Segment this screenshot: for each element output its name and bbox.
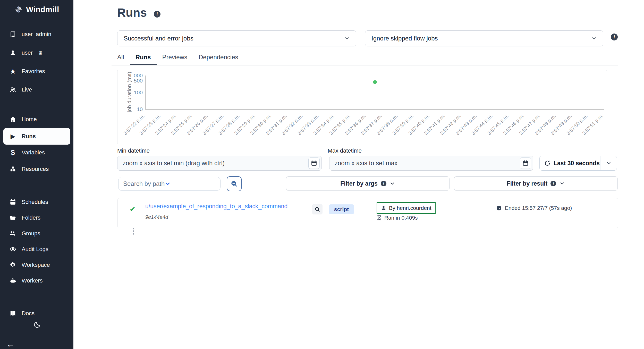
job-status-select-value: Successful and error jobs <box>124 35 344 42</box>
max-datetime-label: Max datetime <box>328 147 362 154</box>
sidebar-footer-divider <box>0 334 73 334</box>
sidebar-item-favorites[interactable]: ★ Favorites <box>0 65 73 78</box>
sidebar-item-label: Audit Logs <box>22 246 48 253</box>
calendar-icon <box>311 160 317 167</box>
sidebar-item-docs[interactable]: Docs <box>0 307 73 320</box>
y-axis-line <box>145 76 146 109</box>
star-icon: ★ <box>9 68 16 75</box>
sidebar-item-home[interactable]: Home <box>0 113 73 126</box>
max-datetime-field <box>329 156 533 171</box>
sidebar-item-workers[interactable]: Workers <box>0 275 73 287</box>
sidebar-item-audit-logs[interactable]: Audit Logs <box>0 243 73 255</box>
min-datetime-calendar-button[interactable] <box>308 157 320 169</box>
tab-dependencies[interactable]: Dependencies <box>193 50 244 65</box>
run-duration-label: Ran in 0,409s <box>384 215 418 221</box>
calendar-icon <box>9 198 16 206</box>
arrow-left-icon: ← <box>6 339 15 349</box>
sidebar-item-label: Resources <box>22 166 49 172</box>
tab-runs[interactable]: Runs <box>130 50 157 65</box>
timeline-marker <box>133 228 134 235</box>
main-content: Runs i Successful and error jobs Ignore … <box>73 0 644 349</box>
time-range-dropdown[interactable] <box>600 156 617 170</box>
y-tick-label: 10 <box>125 106 143 112</box>
home-icon <box>9 116 16 123</box>
app-logo-text: Windmill <box>26 5 59 14</box>
hourglass-icon <box>377 215 382 220</box>
zoom-out-search-button[interactable] <box>227 176 242 191</box>
search-by-path-select[interactable]: Search by path <box>118 177 221 191</box>
sidebar-item-label: Variables <box>22 149 45 156</box>
search-by-path-value: Search by path <box>123 180 165 187</box>
sidebar-item-label: Workspace <box>22 262 50 268</box>
moon-icon <box>33 321 41 329</box>
max-datetime-input[interactable] <box>329 156 533 171</box>
sidebar-item-workspace[interactable]: user_admin <box>0 28 73 40</box>
sidebar-item-label: Docs <box>22 310 35 317</box>
sidebar-item-label: Live <box>22 86 32 93</box>
time-range-button[interactable]: Last 30 seconds <box>539 156 617 171</box>
sidebar-item-label: user_admin <box>22 31 51 38</box>
sidebar-item-schedules[interactable]: Schedules <box>0 196 73 208</box>
sidebar-item-variables[interactable]: $ Variables <box>0 146 73 159</box>
sidebar-item-label: Folders <box>22 214 40 221</box>
sidebar-item-workspace-settings[interactable]: Workspace <box>0 259 73 271</box>
min-datetime-label: Min datetime <box>117 147 150 154</box>
filter-by-result-label: Filter by result <box>507 180 547 187</box>
calendar-icon <box>522 160 529 167</box>
sidebar-item-label: Runs <box>22 133 36 140</box>
job-duration-chart[interactable]: job duration (ms) 1 000500100103:57:22 p… <box>117 70 607 144</box>
eye-icon <box>9 246 16 253</box>
sidebar-item-resources[interactable]: Resources <box>0 163 73 175</box>
search-icon <box>315 206 320 212</box>
run-ended: Ended 15:57 27/7 (57s ago) <box>496 205 572 211</box>
collapse-sidebar-button[interactable]: ← <box>6 340 16 349</box>
job-status-select[interactable]: Successful and error jobs <box>117 30 356 46</box>
tab-all[interactable]: All <box>112 50 130 65</box>
sidebar-item-label: user <box>22 49 33 56</box>
sidebar-item-runs[interactable]: ▶ Runs <box>3 128 70 145</box>
inspect-run-button[interactable] <box>312 204 323 214</box>
run-path-link[interactable]: u/user/example_of_responding_to_a_slack_… <box>145 203 287 210</box>
users-icon <box>9 86 16 93</box>
user-icon <box>9 49 16 56</box>
sidebar-item-live[interactable]: Live <box>0 84 73 96</box>
run-duration: Ran in 0,409s <box>377 215 418 221</box>
tab-previews[interactable]: Previews <box>157 50 193 65</box>
filter-by-args-label: Filter by args <box>340 180 377 187</box>
filter-by-result-button[interactable]: Filter by result i <box>454 176 618 191</box>
time-range-main[interactable]: Last 30 seconds <box>540 156 600 170</box>
run-author-badge[interactable]: By henri.courdent <box>377 202 436 214</box>
max-datetime-calendar-button[interactable] <box>520 157 531 169</box>
min-datetime-input[interactable] <box>117 156 322 171</box>
gear-icon <box>9 261 16 269</box>
crown-icon: ♛ <box>38 50 43 56</box>
clock-icon <box>496 205 502 211</box>
user-icon <box>381 205 386 211</box>
time-range-label: Last 30 seconds <box>554 160 600 167</box>
job-data-point[interactable] <box>373 80 377 84</box>
filters-info-icon[interactable]: i <box>611 34 618 40</box>
sidebar-item-folders[interactable]: Folders <box>0 212 73 224</box>
chevron-down-icon <box>165 181 171 187</box>
result-info-icon: i <box>550 181 556 186</box>
run-ended-label: Ended 15:57 27/7 (57s ago) <box>505 205 572 211</box>
sidebar-item-groups[interactable]: Groups <box>0 227 73 240</box>
sidebar-item-user[interactable]: user ♛ <box>0 47 73 59</box>
success-check-icon: ✔ <box>130 205 135 213</box>
run-row[interactable]: ✔ u/user/example_of_responding_to_a_slac… <box>117 198 618 228</box>
chevron-down-icon <box>559 181 565 186</box>
dark-mode-toggle[interactable] <box>31 319 43 330</box>
building-icon <box>9 31 16 38</box>
sidebar-item-label: Workers <box>22 277 43 284</box>
filter-by-args-button[interactable]: Filter by args i <box>286 176 450 191</box>
sidebar-item-label: Home <box>22 116 37 123</box>
y-tick-label: 100 <box>125 89 143 96</box>
groups-icon <box>9 230 16 237</box>
args-info-icon: i <box>381 181 386 186</box>
runs-info-icon[interactable]: i <box>154 11 160 18</box>
folder-icon <box>9 214 16 221</box>
run-author-label: By henri.courdent <box>389 205 431 211</box>
app-logo[interactable]: Windmill <box>0 0 73 19</box>
skipped-flow-select[interactable]: Ignore skipped flow jobs <box>365 30 603 46</box>
search-minus-icon <box>231 180 238 187</box>
